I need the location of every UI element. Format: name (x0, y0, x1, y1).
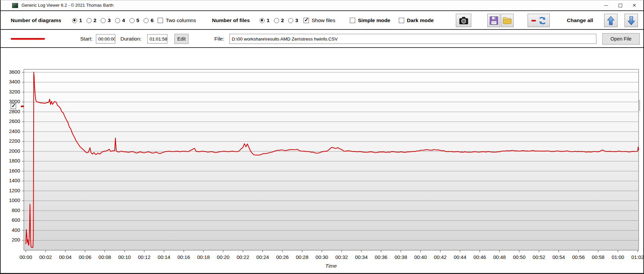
radio-button[interactable] (129, 18, 135, 23)
radio-button[interactable] (260, 18, 265, 23)
radio-button[interactable] (87, 18, 92, 23)
change-all-up-button[interactable] (604, 14, 618, 27)
maximize-icon (619, 4, 622, 7)
duration-input[interactable]: 01:01:58 (147, 34, 167, 44)
radio-diagrams-1[interactable]: 1 (72, 17, 82, 23)
x-tick-label: 00:30 (312, 254, 332, 260)
show-files-checkbox[interactable]: Show files (304, 17, 335, 23)
radio-label: 1 (79, 17, 82, 23)
x-axis-title: Time (306, 263, 356, 269)
dark-mode-checkbox-box[interactable] (399, 18, 404, 23)
file-path-input[interactable]: D:\00 workshare\results AMD Zen\stress h… (229, 34, 596, 44)
start-label: Start: (80, 36, 93, 42)
change-all-down-button[interactable] (625, 14, 638, 27)
radio-files-2[interactable]: 2 (274, 17, 284, 23)
window-title: Generic Log Viewer 6.2 - © 2021 Thomas B… (21, 3, 113, 8)
x-tick-label: 00:02 (36, 254, 56, 260)
x-tick-label: 00:00 (16, 254, 36, 260)
simple-mode-checkbox[interactable]: Simple mode (350, 17, 390, 23)
x-tick-label: 00:16 (174, 254, 194, 260)
show-files-checkbox-box[interactable] (304, 18, 309, 23)
save-button[interactable] (487, 14, 500, 27)
dark-mode-label: Dark mode (407, 17, 434, 23)
radio-button[interactable] (144, 18, 149, 23)
radio-files-3[interactable]: 3 (288, 17, 298, 23)
y-tick-label: 1000 (1, 197, 20, 203)
open-file-button[interactable]: Open File (602, 33, 640, 45)
y-tick-label: 2400 (1, 128, 20, 134)
edit-button[interactable]: Edit (174, 34, 189, 44)
x-tick-label: 00:46 (470, 254, 490, 260)
x-tick-label: 00:36 (371, 254, 391, 260)
y-tick-label: 2600 (1, 118, 20, 124)
two-columns-checkbox[interactable]: Two columns (158, 17, 196, 23)
y-tick-label: 200 (1, 237, 20, 243)
radio-label: 2 (281, 17, 284, 23)
radio-button[interactable] (115, 18, 120, 23)
x-tick-label: 00:14 (154, 254, 174, 260)
x-tick-label: 00:20 (213, 254, 233, 260)
y-tick-label: 3200 (1, 89, 20, 94)
radio-diagrams-3[interactable]: 3 (101, 17, 111, 23)
y-tick-label: 800 (1, 207, 20, 213)
x-tick-label: 00:52 (529, 254, 549, 260)
radio-button[interactable] (274, 18, 279, 23)
y-tick-label: 3600 (1, 69, 20, 75)
x-tick-label: 00:44 (450, 254, 470, 260)
radio-files-1[interactable]: 1 (260, 17, 270, 23)
screenshot-button[interactable] (456, 14, 471, 27)
x-tick-label: 00:04 (55, 254, 75, 260)
change-all-label: Change all (567, 17, 593, 23)
number-of-files-label: Number of files (212, 17, 250, 23)
open-folder-button[interactable] (501, 14, 514, 27)
radio-button[interactable] (101, 18, 106, 23)
y-tick-label: 3400 (1, 79, 20, 84)
main-toolbar: Number of diagrams 123456 Two columns Nu… (1, 12, 643, 30)
y-tick-label: 400 (1, 227, 20, 233)
radio-label: 3 (108, 17, 111, 23)
y-tick-label: 2800 (1, 109, 20, 114)
file-count-radio-group: 123 (260, 17, 298, 23)
radio-diagrams-5[interactable]: 5 (129, 17, 140, 23)
reload-series-button[interactable] (528, 14, 550, 27)
minimize-button[interactable] (599, 0, 613, 10)
x-tick-label: 00:58 (588, 254, 608, 260)
series-visible-checkbox[interactable] (11, 104, 16, 109)
file-label: File: (214, 36, 224, 42)
x-tick-label: 00:06 (75, 254, 95, 260)
y-tick-label: 1800 (1, 158, 20, 163)
diagram-count-radio-group: 123456 (72, 17, 154, 23)
chart-header: ↓55,5 Ø2026 ↑3603 TimelineStatisticTripl… (1, 48, 643, 68)
x-tick-label: 00:12 (134, 254, 154, 260)
radio-button[interactable] (288, 18, 293, 23)
dark-mode-checkbox[interactable]: Dark mode (399, 17, 434, 23)
start-time-input[interactable]: 00:00:00 (96, 34, 115, 44)
two-columns-checkbox-box[interactable] (158, 18, 163, 23)
y-tick-label: 1400 (1, 178, 20, 183)
app-icon (12, 3, 18, 8)
x-tick-label: 00:24 (253, 254, 273, 260)
radio-diagrams-6[interactable]: 6 (144, 17, 154, 23)
line-refresh-icon (531, 16, 546, 25)
radio-label: 2 (94, 17, 97, 23)
close-button[interactable]: ✕ (627, 0, 641, 10)
y-tick-label: 2200 (1, 138, 20, 144)
show-files-label: Show files (312, 17, 335, 23)
maximize-button[interactable] (613, 0, 627, 10)
series-color-sample (11, 38, 45, 40)
radio-label: 6 (151, 17, 154, 23)
x-tick-label: 00:10 (114, 254, 135, 260)
radio-diagrams-4[interactable]: 4 (115, 17, 125, 23)
timeline-chart (22, 68, 641, 263)
radio-button[interactable] (72, 18, 77, 23)
arrow-down-icon (628, 16, 635, 25)
radio-label: 4 (122, 17, 125, 23)
simple-mode-label: Simple mode (358, 17, 390, 23)
x-tick-label: 00:42 (430, 254, 450, 260)
radio-diagrams-2[interactable]: 2 (87, 17, 97, 23)
app-window: Generic Log Viewer 6.2 - © 2021 Thomas B… (0, 0, 644, 274)
simple-mode-checkbox-box[interactable] (350, 18, 355, 23)
x-tick-label: 00:26 (272, 254, 292, 260)
x-tick-label: 00:48 (489, 254, 509, 260)
folder-icon (503, 17, 512, 24)
